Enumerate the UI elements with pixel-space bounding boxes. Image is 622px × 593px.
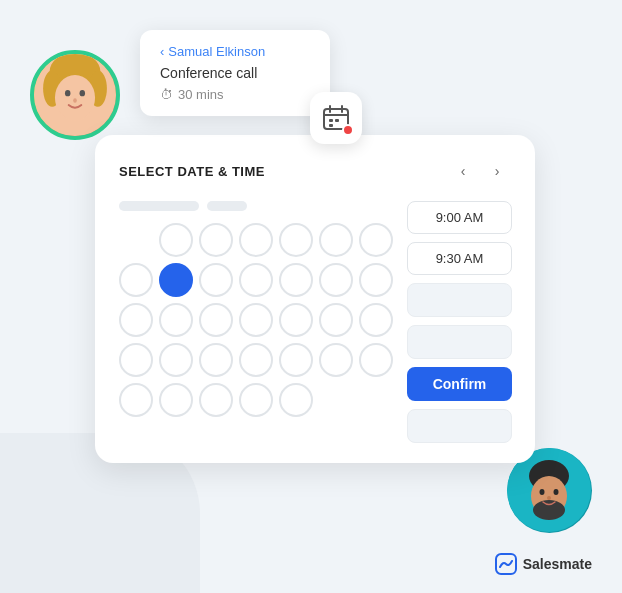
day-cell[interactable] <box>159 343 193 377</box>
call-type: Conference call <box>160 65 310 81</box>
card-body: 9:00 AM 9:30 AM Confirm <box>119 201 511 443</box>
day-cell[interactable] <box>359 223 393 257</box>
day-cell[interactable] <box>119 303 153 337</box>
day-cell[interactable] <box>199 223 233 257</box>
svg-rect-12 <box>329 119 333 122</box>
day-cell[interactable] <box>159 223 193 257</box>
svg-point-21 <box>547 496 551 500</box>
day-cell[interactable] <box>239 383 273 417</box>
day-cell[interactable] <box>279 263 313 297</box>
day-cell[interactable] <box>279 303 313 337</box>
chevron-left-icon: ‹ <box>160 44 164 59</box>
clock-icon: ⏱ <box>160 87 173 102</box>
day-cell[interactable] <box>239 343 273 377</box>
day-cell[interactable] <box>359 303 393 337</box>
time-slot-skeleton <box>407 283 512 317</box>
time-slot-1[interactable]: 9:30 AM <box>407 242 512 275</box>
brand-name: Salesmate <box>523 556 592 572</box>
day-empty <box>319 383 353 417</box>
duration-text: 30 mins <box>178 87 224 102</box>
day-cell[interactable] <box>119 263 153 297</box>
svg-rect-13 <box>335 119 339 122</box>
day-cell[interactable] <box>319 303 353 337</box>
day-cell[interactable] <box>239 263 273 297</box>
duration: ⏱ 30 mins <box>160 87 310 102</box>
svg-rect-14 <box>329 124 333 127</box>
back-link[interactable]: ‹ Samual Elkinson <box>160 44 310 59</box>
time-slot-skeleton <box>407 325 512 359</box>
day-cell[interactable] <box>199 343 233 377</box>
salesmate-logo-icon <box>495 553 517 575</box>
day-cell[interactable] <box>279 223 313 257</box>
time-slot-skeleton <box>407 409 512 443</box>
nav-arrows: ‹ › <box>449 157 511 185</box>
main-card: SELECT DATE & TIME ‹ › <box>95 135 535 463</box>
svg-point-6 <box>80 90 85 96</box>
calendar-grid <box>119 223 393 417</box>
day-cell[interactable] <box>119 383 153 417</box>
svg-point-19 <box>540 489 545 495</box>
avatar-female <box>30 50 120 140</box>
day-cell[interactable] <box>319 343 353 377</box>
day-cell[interactable] <box>359 263 393 297</box>
svg-point-4 <box>55 75 95 121</box>
day-cell[interactable] <box>199 303 233 337</box>
person-name: Samual Elkinson <box>168 44 265 59</box>
day-cell[interactable] <box>279 383 313 417</box>
day-cell[interactable] <box>159 303 193 337</box>
svg-point-20 <box>554 489 559 495</box>
info-card: ‹ Samual Elkinson Conference call ⏱ 30 m… <box>140 30 330 116</box>
card-header: SELECT DATE & TIME ‹ › <box>119 157 511 185</box>
calendar-area <box>119 201 393 443</box>
next-month-button[interactable]: › <box>483 157 511 185</box>
day-cell[interactable] <box>159 383 193 417</box>
prev-month-button[interactable]: ‹ <box>449 157 477 185</box>
day-cell-selected[interactable] <box>159 263 193 297</box>
day-cell[interactable] <box>199 383 233 417</box>
salesmate-brand: Salesmate <box>495 553 592 575</box>
svg-point-5 <box>65 90 70 96</box>
time-slot-0[interactable]: 9:00 AM <box>407 201 512 234</box>
day-cell[interactable] <box>199 263 233 297</box>
day-cell[interactable] <box>239 223 273 257</box>
day-cell[interactable] <box>119 343 153 377</box>
day-cell[interactable] <box>279 343 313 377</box>
calendar-icon-badge <box>310 92 362 144</box>
notification-dot <box>342 124 354 136</box>
month-label-row <box>119 201 393 211</box>
day-cell[interactable] <box>359 343 393 377</box>
year-skeleton <box>207 201 247 211</box>
day-cell[interactable] <box>319 263 353 297</box>
day-cell[interactable] <box>239 303 273 337</box>
day-empty <box>119 223 153 257</box>
day-empty <box>359 383 393 417</box>
card-title: SELECT DATE & TIME <box>119 164 265 179</box>
month-skeleton <box>119 201 199 211</box>
day-cell[interactable] <box>319 223 353 257</box>
svg-point-7 <box>73 98 77 103</box>
time-slots: 9:00 AM 9:30 AM Confirm <box>407 201 512 443</box>
svg-point-18 <box>533 500 565 520</box>
confirm-button[interactable]: Confirm <box>407 367 512 401</box>
